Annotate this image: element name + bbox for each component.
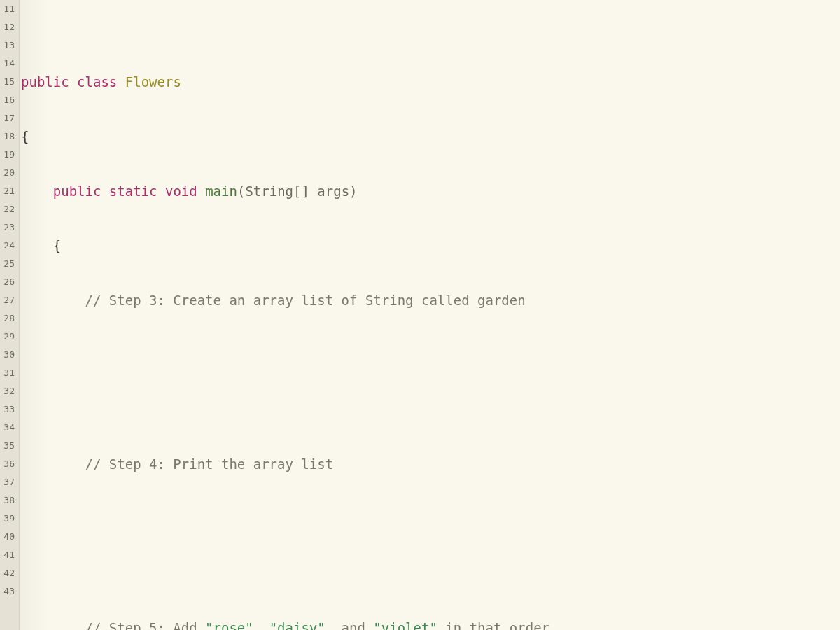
line-number: 34 [3,419,15,437]
line-number: 16 [3,91,15,109]
line-number: 19 [3,146,15,164]
line-number: 21 [3,182,15,200]
keyword: public [53,182,102,200]
code-line[interactable]: public class Flowers [20,73,840,91]
line-number: 20 [3,164,15,182]
line-number: 17 [3,109,15,127]
line-number: 33 [3,400,15,419]
code-line[interactable]: public static void main(String[] args) [20,182,840,200]
line-number: 39 [3,510,15,528]
keyword: public [21,73,69,91]
code-editor[interactable]: 1112131415161718192021222324252627282930… [0,0,840,630]
string-literal: "rose" [205,619,253,630]
code-area[interactable]: public class Flowers { public static voi… [20,0,840,630]
comment: , and [326,619,374,630]
line-number: 15 [3,73,15,91]
line-number: 27 [3,291,15,309]
line-number: 43 [3,582,15,601]
line-number: 29 [3,328,15,346]
brace: { [53,237,61,255]
line-number: 32 [3,382,15,400]
line-number: 41 [3,546,15,564]
code-line[interactable] [20,510,840,528]
code-line[interactable]: { [20,237,840,255]
method-name: main [205,182,237,200]
line-number: 13 [3,36,15,55]
line-number: 22 [3,200,15,218]
string-literal: "violet" [373,619,438,630]
line-number: 26 [3,273,15,291]
line-number: 24 [3,237,15,255]
line-number: 12 [3,18,15,36]
line-number: 30 [3,346,15,364]
code-line[interactable]: // Step 4: Print the array list [20,455,840,473]
line-number: 11 [3,0,15,18]
code-line[interactable]: // Step 5: Add "rose", "daisy", and "vio… [20,619,840,630]
code-line[interactable] [20,564,840,582]
line-number: 38 [3,491,15,510]
brace: { [21,127,29,146]
comment: in that order [438,619,550,630]
line-number: 14 [3,55,15,73]
keyword: class [77,73,117,91]
line-number: 31 [3,364,15,382]
line-number: 36 [3,455,15,473]
line-number: 28 [3,309,15,328]
line-number: 42 [3,564,15,582]
keyword: static [109,182,158,200]
method-signature: (String[] args) [237,182,358,200]
comment: // Step 3: Create an array list of Strin… [85,291,526,309]
comment: // Step 4: Print the array list [85,455,334,473]
code-line[interactable] [20,346,840,364]
code-line[interactable] [20,400,840,419]
line-number: 40 [3,528,15,546]
class-name: Flowers [125,73,181,91]
line-number: 37 [3,473,15,491]
line-number-gutter: 1112131415161718192021222324252627282930… [0,0,20,630]
keyword: void [165,182,197,200]
line-number: 23 [3,218,15,237]
comment: , [253,619,270,630]
gutter-shadow [20,0,49,630]
line-number: 25 [3,255,15,273]
comment: // Step 5: Add [85,619,206,630]
code-line[interactable]: { [20,127,840,146]
code-line[interactable]: // Step 3: Create an array list of Strin… [20,291,840,309]
line-number: 35 [3,437,15,455]
line-number: 18 [3,127,15,146]
string-literal: "daisy" [270,619,326,630]
